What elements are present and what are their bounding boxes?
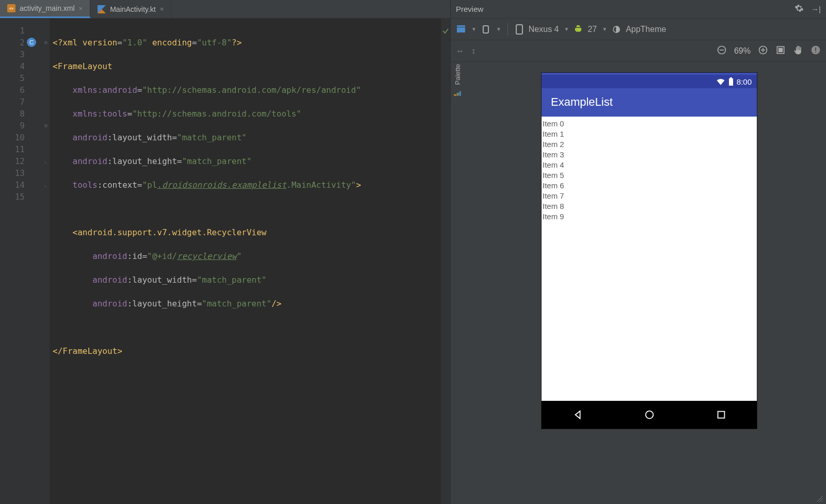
- hide-panel-icon[interactable]: →|: [811, 5, 821, 13]
- nav-recent-icon[interactable]: [716, 409, 727, 420]
- line-number: 3: [0, 48, 38, 60]
- line-number: 9: [0, 120, 38, 132]
- palette-tab[interactable]: Palette: [451, 62, 464, 113]
- tab-main-activity[interactable]: MainActivity.kt ×: [90, 0, 171, 18]
- line-number: 5: [0, 72, 38, 84]
- svg-rect-18: [730, 77, 732, 78]
- android-icon: [573, 24, 583, 35]
- xml-file-icon: <>: [7, 4, 15, 12]
- list-item[interactable]: Item 0: [543, 119, 756, 129]
- line-number: 12: [0, 155, 38, 167]
- svg-point-19: [645, 411, 653, 419]
- zoom-out-icon[interactable]: [717, 45, 727, 57]
- list-item[interactable]: Item 1: [543, 129, 756, 139]
- palette-label: Palette: [454, 64, 462, 85]
- tab-activity-main[interactable]: <> activity_main.xml ×: [0, 0, 90, 18]
- preview-zoom-bar: ↔ ↕ 69%: [451, 40, 826, 62]
- error-stripe: [441, 19, 450, 504]
- chevron-down-icon[interactable]: ▼: [496, 26, 501, 32]
- line-number: 13: [0, 167, 38, 179]
- nav-back-icon[interactable]: [572, 409, 583, 420]
- palette-icon: [453, 88, 462, 97]
- list-item[interactable]: Item 2: [543, 139, 756, 150]
- preview-canvas[interactable]: Palette 8:00 ExampleList Item 0 Item 1 I…: [451, 62, 826, 504]
- device-icon: [514, 24, 525, 35]
- navigation-bar: [542, 401, 757, 429]
- editor-tabs: <> activity_main.xml × MainActivity.kt ×: [0, 0, 450, 19]
- line-number: 2C: [0, 37, 38, 48]
- svg-rect-3: [457, 25, 465, 27]
- preview-title: Preview: [456, 5, 483, 13]
- resize-grip-icon[interactable]: [816, 495, 824, 503]
- list-item[interactable]: Item 9: [543, 212, 756, 222]
- status-time: 8:00: [737, 77, 752, 86]
- app-bar: ExampleList: [542, 88, 757, 116]
- pan-tool-icon[interactable]: [793, 45, 803, 57]
- svg-rect-13: [779, 48, 783, 52]
- line-number: 15: [0, 191, 38, 203]
- orientation-icon[interactable]: [481, 24, 491, 35]
- gear-icon[interactable]: [795, 4, 804, 14]
- zoom-in-icon[interactable]: [758, 45, 768, 57]
- fold-start-icon[interactable]: ⊖: [42, 37, 50, 48]
- theme-selector[interactable]: AppTheme: [626, 25, 666, 34]
- line-number: 10: [0, 132, 38, 143]
- line-number: 4: [0, 60, 38, 72]
- svg-rect-5: [516, 25, 522, 34]
- zoom-level[interactable]: 69%: [734, 46, 751, 56]
- close-icon[interactable]: ×: [160, 5, 164, 13]
- list-item[interactable]: Item 3: [543, 150, 756, 160]
- svg-line-21: [817, 496, 823, 502]
- api-selector[interactable]: 27: [587, 25, 597, 34]
- device-preview[interactable]: 8:00 ExampleList Item 0 Item 1 Item 2 It…: [541, 72, 757, 429]
- app-title: ExampleList: [551, 95, 613, 109]
- line-number: 14: [0, 179, 38, 191]
- device-selector[interactable]: Nexus 4: [529, 25, 559, 34]
- theme-icon: [611, 24, 622, 35]
- svg-rect-17: [729, 78, 733, 86]
- pan-vertical-icon[interactable]: ↕: [471, 46, 475, 56]
- svg-rect-2: [457, 27, 465, 32]
- line-number: 1: [0, 25, 38, 37]
- design-surface-icon[interactable]: [456, 24, 466, 35]
- nav-home-icon[interactable]: [644, 409, 655, 420]
- code-content[interactable]: <?xml version="1.0" encoding="utf-8"?> <…: [50, 19, 441, 504]
- svg-rect-16: [815, 52, 816, 53]
- list-item[interactable]: Item 5: [543, 170, 756, 181]
- chevron-down-icon[interactable]: ▼: [564, 26, 569, 32]
- line-number: 6: [0, 84, 38, 96]
- editor-pane: <> activity_main.xml × MainActivity.kt ×…: [0, 0, 451, 504]
- preview-header: Preview →|: [451, 0, 826, 19]
- ok-marker-icon: [441, 25, 450, 37]
- tab-label: MainActivity.kt: [110, 5, 155, 13]
- class-gutter-icon[interactable]: C: [27, 38, 36, 47]
- warnings-icon[interactable]: [811, 45, 821, 57]
- close-icon[interactable]: ×: [79, 5, 83, 12]
- chevron-down-icon[interactable]: ▼: [471, 26, 476, 32]
- line-number: 7: [0, 96, 38, 108]
- list-item[interactable]: Item 8: [543, 201, 756, 212]
- tab-label: activity_main.xml: [20, 4, 75, 12]
- fold-end-icon[interactable]: ⌞: [42, 155, 50, 167]
- pan-horizontal-icon[interactable]: ↔: [456, 46, 464, 56]
- zoom-fit-icon[interactable]: [775, 45, 786, 57]
- battery-icon: [728, 77, 734, 86]
- fold-end-icon[interactable]: ⌞: [42, 179, 50, 191]
- list-item[interactable]: Item 6: [543, 181, 756, 191]
- list-item[interactable]: Item 7: [543, 191, 756, 201]
- svg-rect-15: [815, 47, 816, 51]
- line-number: 8: [0, 108, 38, 120]
- line-number: 11: [0, 143, 38, 155]
- wifi-icon: [716, 78, 725, 85]
- chevron-down-icon[interactable]: ▼: [602, 26, 607, 32]
- line-number-gutter: 1 2C 3 4 5 6 7 8 9 10 11 12 13 14 15: [0, 19, 42, 504]
- list-item[interactable]: Item 4: [543, 160, 756, 170]
- code-editor[interactable]: 1 2C 3 4 5 6 7 8 9 10 11 12 13 14 15 ⊖ ⊖…: [0, 19, 450, 504]
- fold-start-icon[interactable]: ⊖: [42, 120, 50, 132]
- recycler-view[interactable]: Item 0 Item 1 Item 2 Item 3 Item 4 Item …: [542, 116, 757, 401]
- preview-toolbar: ▼ ▼ Nexus 4 ▼ 27 ▼ AppTheme: [451, 19, 826, 40]
- svg-rect-4: [483, 26, 488, 33]
- preview-pane: Preview →| ▼ ▼ Nexus 4 ▼ 27 ▼ AppThe: [451, 0, 826, 504]
- svg-rect-20: [718, 412, 724, 418]
- fold-column: ⊖ ⊖ ⌞ ⌞: [42, 19, 50, 504]
